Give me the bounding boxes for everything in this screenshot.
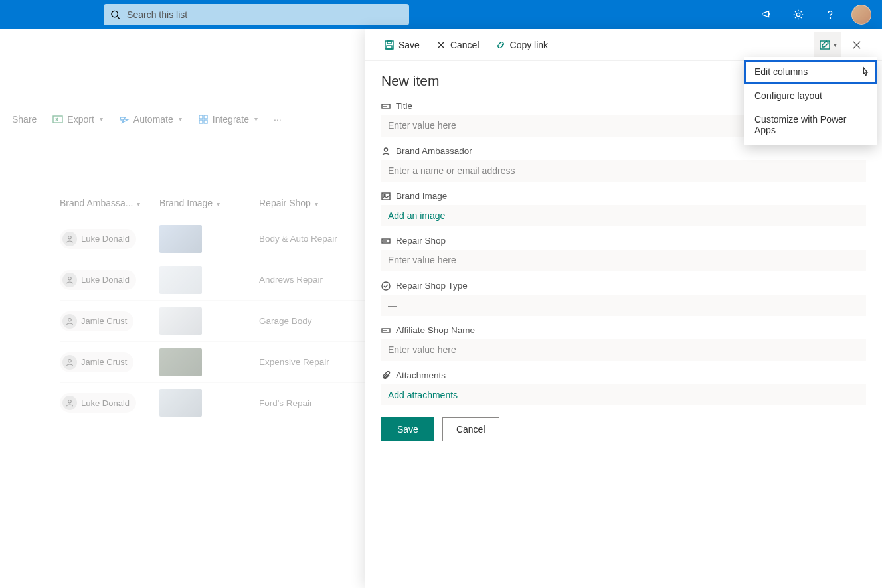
person-pill[interactable]: Luke Donald bbox=[60, 393, 136, 413]
chevron-down-icon: ▾ bbox=[254, 115, 258, 123]
person-avatar-icon bbox=[62, 396, 77, 410]
help-icon[interactable] bbox=[820, 4, 841, 25]
share-button[interactable]: Share bbox=[5, 110, 43, 129]
brand-image-thumb[interactable] bbox=[159, 307, 202, 335]
person-name: Jamie Crust bbox=[81, 316, 127, 326]
brand-image-label: Brand Image bbox=[396, 191, 447, 201]
text-field-icon bbox=[381, 236, 391, 246]
svg-point-29 bbox=[382, 282, 390, 290]
user-avatar[interactable] bbox=[851, 5, 871, 25]
chevron-down-icon: ▾ bbox=[217, 200, 220, 208]
automate-button[interactable]: Automate▾ bbox=[112, 110, 189, 129]
person-name: Luke Donald bbox=[81, 398, 130, 408]
col-header-ambassador[interactable]: Brand Ambassa... ▾ bbox=[60, 198, 159, 208]
brand-ambassador-input[interactable] bbox=[381, 160, 866, 182]
cursor-pointer-icon bbox=[861, 66, 870, 80]
col-header-image[interactable]: Brand Image ▾ bbox=[159, 198, 259, 208]
toolbar-save-button[interactable]: Save bbox=[377, 36, 426, 54]
customize-form-button[interactable]: ▾ bbox=[814, 32, 841, 58]
svg-point-26 bbox=[384, 194, 385, 196]
person-pill[interactable]: Jamie Crust bbox=[60, 311, 133, 331]
brand-image-thumb[interactable] bbox=[159, 348, 202, 376]
integrate-button[interactable]: Integrate▾ bbox=[191, 110, 264, 129]
affiliate-shop-input[interactable] bbox=[381, 339, 866, 361]
customize-powerapps-menu-item[interactable]: Customize with Power Apps bbox=[744, 108, 877, 142]
svg-rect-6 bbox=[204, 115, 207, 119]
repair-shop-cell: Ford's Repair bbox=[259, 398, 365, 408]
text-field-icon bbox=[381, 102, 391, 111]
chevron-down-icon: ▾ bbox=[137, 200, 140, 208]
export-button[interactable]: Export▾ bbox=[46, 110, 109, 129]
col-header-repair[interactable]: Repair Shop ▾ bbox=[259, 198, 365, 208]
toolbar-cancel-button[interactable]: Cancel bbox=[429, 36, 486, 54]
toolbar-copylink-button[interactable]: Copy link bbox=[489, 36, 555, 54]
person-name: Luke Donald bbox=[81, 234, 130, 244]
repair-shop-cell: Expensive Repair bbox=[259, 357, 365, 367]
chevron-down-icon: ▾ bbox=[100, 115, 103, 123]
automate-label: Automate bbox=[133, 114, 173, 125]
brand-image-thumb[interactable] bbox=[159, 389, 202, 417]
add-image-link[interactable]: Add an image bbox=[381, 205, 866, 226]
repair-shop-type-label: Repair Shop Type bbox=[396, 281, 468, 291]
svg-point-13 bbox=[68, 400, 72, 404]
settings-gear-icon[interactable] bbox=[788, 4, 809, 25]
svg-rect-16 bbox=[387, 46, 392, 49]
svg-point-12 bbox=[68, 359, 72, 362]
customize-dropdown-menu: Edit columns Configure layout Customize … bbox=[744, 57, 877, 145]
svg-point-11 bbox=[68, 318, 72, 321]
integrate-label: Integrate bbox=[213, 114, 249, 125]
search-input[interactable] bbox=[127, 9, 402, 20]
top-suite-bar bbox=[0, 0, 882, 29]
person-avatar-icon bbox=[62, 273, 77, 287]
person-avatar-icon bbox=[62, 314, 77, 329]
person-pill[interactable]: Luke Donald bbox=[60, 229, 136, 249]
svg-point-3 bbox=[830, 17, 830, 18]
svg-rect-15 bbox=[387, 41, 391, 44]
brand-image-thumb[interactable] bbox=[159, 266, 202, 294]
svg-point-10 bbox=[68, 277, 72, 280]
attachments-label: Attachments bbox=[396, 370, 446, 380]
person-name: Jamie Crust bbox=[81, 357, 127, 367]
person-icon bbox=[381, 147, 391, 156]
edit-columns-menu-item[interactable]: Edit columns bbox=[744, 60, 877, 84]
person-avatar-icon bbox=[62, 232, 77, 246]
repair-shop-input[interactable] bbox=[381, 250, 866, 271]
repair-shop-cell: Andrews Repair bbox=[259, 275, 365, 285]
svg-point-9 bbox=[68, 236, 72, 239]
close-panel-button[interactable] bbox=[843, 32, 870, 58]
person-pill[interactable]: Jamie Crust bbox=[60, 352, 133, 372]
person-avatar-icon bbox=[62, 355, 77, 370]
svg-point-24 bbox=[385, 148, 388, 151]
attachment-icon bbox=[381, 371, 391, 380]
repair-shop-label: Repair Shop bbox=[396, 236, 446, 246]
brand-image-thumb[interactable] bbox=[159, 225, 202, 253]
panel-toolbar: Save Cancel Copy link ▾ bbox=[365, 29, 882, 61]
toolbar-copylink-label: Copy link bbox=[510, 40, 549, 50]
repair-shop-cell: Body & Auto Repair bbox=[259, 234, 365, 244]
choice-icon bbox=[381, 281, 391, 291]
chevron-down-icon: ▾ bbox=[834, 41, 837, 48]
search-box[interactable] bbox=[104, 4, 409, 25]
text-field-icon bbox=[381, 326, 391, 335]
svg-point-2 bbox=[796, 13, 800, 16]
megaphone-icon[interactable] bbox=[756, 4, 777, 25]
configure-layout-menu-item[interactable]: Configure layout bbox=[744, 84, 877, 108]
image-icon bbox=[381, 192, 391, 201]
svg-point-0 bbox=[112, 11, 118, 17]
search-icon bbox=[110, 9, 120, 20]
chevron-down-icon: ▾ bbox=[315, 200, 318, 208]
more-button[interactable]: ··· bbox=[267, 110, 288, 129]
brand-ambassador-label: Brand Ambassador bbox=[396, 146, 472, 156]
svg-rect-5 bbox=[199, 115, 203, 119]
save-button[interactable]: Save bbox=[381, 417, 434, 441]
repair-shop-type-select[interactable]: — bbox=[381, 295, 866, 316]
person-name: Luke Donald bbox=[81, 275, 130, 285]
svg-line-1 bbox=[117, 17, 120, 19]
person-pill[interactable]: Luke Donald bbox=[60, 270, 136, 290]
share-label: Share bbox=[12, 114, 37, 125]
cancel-button[interactable]: Cancel bbox=[442, 417, 499, 441]
repair-shop-cell: Garage Body bbox=[259, 316, 365, 326]
add-attachments-link[interactable]: Add attachments bbox=[381, 384, 866, 405]
affiliate-shop-label: Affiliate Shop Name bbox=[396, 325, 475, 335]
svg-rect-8 bbox=[204, 120, 207, 123]
